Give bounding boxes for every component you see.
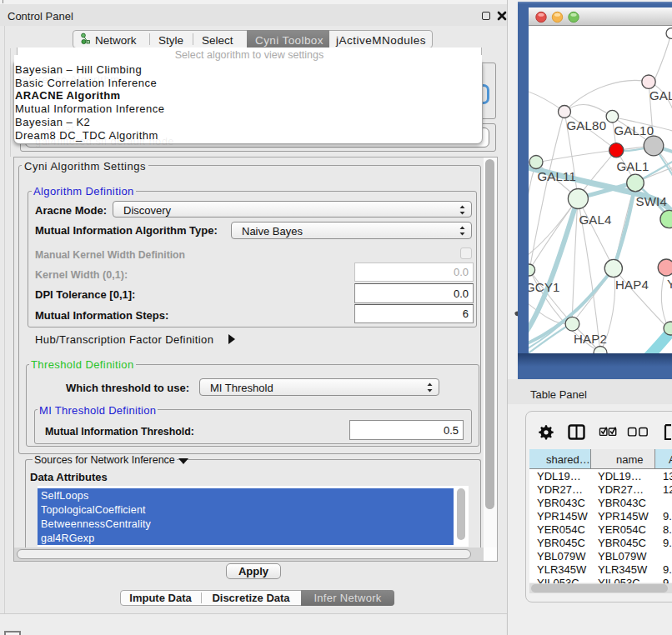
svg-text:SWI4: SWI4	[636, 194, 667, 208]
svg-text:GAL11: GAL11	[538, 169, 577, 183]
svg-text:GCY1: GCY1	[529, 280, 560, 294]
svg-text:GAL10: GAL10	[614, 123, 654, 138]
svg-text:HAP4: HAP4	[615, 278, 649, 292]
svg-text:GAL4: GAL4	[579, 212, 612, 227]
svg-text:GAL1: GAL1	[617, 159, 649, 173]
svg-text:GAL80: GAL80	[567, 118, 607, 132]
svg-text:Y: Y	[667, 277, 672, 291]
svg-text:HAP2: HAP2	[574, 332, 607, 346]
svg-text:GAL: GAL	[649, 88, 672, 102]
